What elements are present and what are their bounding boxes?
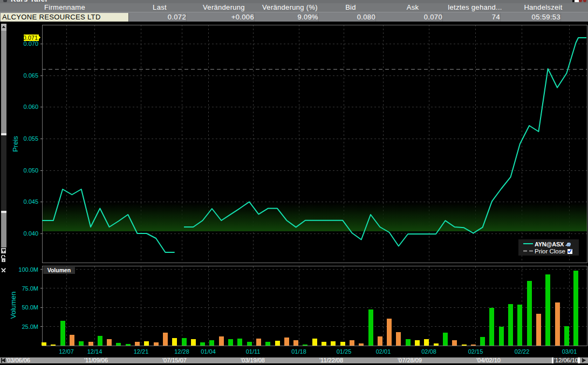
svg-text:'07/15/07: '07/15/07 bbox=[162, 357, 187, 363]
svg-text:0.071: 0.071 bbox=[23, 35, 38, 41]
svg-text:Volumen: Volumen bbox=[9, 292, 17, 319]
svg-text:12/07: 12/07 bbox=[59, 348, 74, 355]
svg-text:Prior Close: Prior Close bbox=[535, 248, 565, 254]
svg-text:'11/22/08: '11/22/08 bbox=[319, 357, 343, 363]
svg-text:'03/19/08: '03/19/08 bbox=[241, 357, 265, 363]
svg-text:AYN@ASX: AYN@ASX bbox=[535, 241, 564, 247]
svg-text:01/25: 01/25 bbox=[337, 348, 352, 355]
svg-text:01/11: 01/11 bbox=[246, 348, 261, 355]
svg-text:0.040: 0.040 bbox=[23, 230, 38, 237]
svg-text:12/14: 12/14 bbox=[87, 348, 102, 355]
svg-text:'11/09/06: '11/09/06 bbox=[84, 357, 108, 363]
svg-text:Preis: Preis bbox=[11, 136, 19, 152]
svg-text:12/28: 12/28 bbox=[174, 348, 189, 355]
svg-text:12/21: 12/21 bbox=[134, 348, 149, 355]
svg-text:01/18: 01/18 bbox=[291, 348, 306, 355]
svg-text:0.070: 0.070 bbox=[23, 40, 38, 47]
svg-text:0.055: 0.055 bbox=[23, 135, 38, 142]
svg-text:Volumen: Volumen bbox=[47, 267, 71, 273]
svg-text:0.060: 0.060 bbox=[23, 104, 38, 110]
svg-text:0.050: 0.050 bbox=[23, 167, 38, 174]
svg-text:02/15: 02/15 bbox=[468, 348, 483, 355]
svg-text:02/08: 02/08 bbox=[421, 348, 436, 355]
svg-text:02/01: 02/01 bbox=[376, 348, 391, 355]
svg-text:'03/06/06: '03/06/06 bbox=[6, 357, 30, 363]
svg-text:25.0M: 25.0M bbox=[22, 323, 38, 330]
svg-text:02/22: 02/22 bbox=[515, 348, 530, 355]
svg-text:03/01: 03/01 bbox=[562, 348, 577, 355]
svg-text:50.0M: 50.0M bbox=[22, 304, 38, 311]
svg-text:75.0M: 75.0M bbox=[22, 285, 38, 292]
svg-text:01/04: 01/04 bbox=[201, 348, 216, 355]
svg-text:0.065: 0.065 bbox=[23, 72, 38, 79]
svg-text:100.0M: 100.0M bbox=[18, 266, 38, 273]
svg-text:0.045: 0.045 bbox=[23, 198, 38, 205]
svg-text:'07/28/09: '07/28/09 bbox=[398, 357, 422, 363]
svg-text:'12/06/10: '12/06/10 bbox=[554, 357, 578, 363]
svg-text:'04/02/10: '04/02/10 bbox=[476, 357, 501, 363]
